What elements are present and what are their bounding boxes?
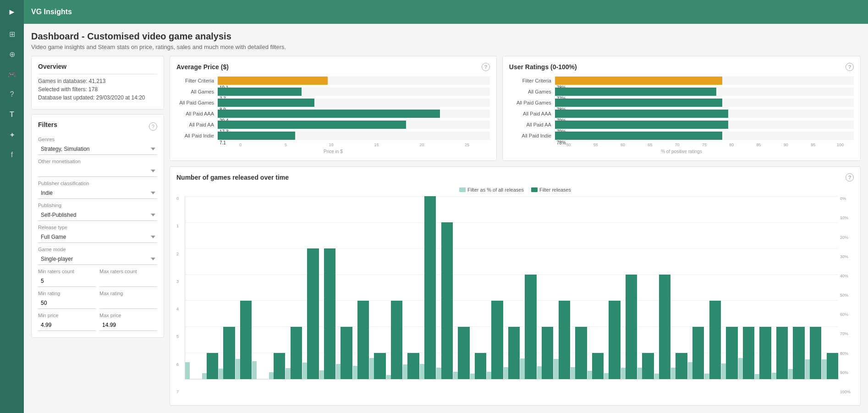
max-price-input[interactable] [99, 319, 157, 331]
time-bar-group [487, 196, 503, 379]
bar-container: 78% [555, 132, 854, 140]
time-bar-group [537, 196, 554, 379]
bar-label: All Paid Games [509, 100, 555, 105]
y-right-label: 10% [840, 215, 854, 220]
time-bar-group [252, 196, 269, 379]
time-bar-group [772, 196, 788, 379]
y-left-label: 6 [176, 362, 183, 367]
min-price-input[interactable] [38, 319, 96, 331]
release-select[interactable]: Full Game [38, 231, 157, 243]
publisher-select[interactable]: Indie [38, 187, 157, 199]
time-bar-dark [458, 327, 469, 379]
time-bar-light [621, 368, 626, 379]
bar-container: 7.7 [218, 88, 490, 96]
bar-label: All Paid Games [176, 100, 218, 105]
time-bar-light [487, 372, 491, 379]
app-title: VG Insights [31, 8, 72, 16]
time-bar-group [319, 196, 336, 379]
bar-value-label: 78% [557, 140, 566, 145]
bar-container: 77% [555, 88, 854, 96]
max-raters-input[interactable] [99, 275, 157, 287]
filters-card: Filters ? Genres Strategy, Simulation Ot… [31, 114, 164, 338]
time-bar-light [755, 374, 759, 379]
selected-filters: Selected with filters: 178 [38, 86, 157, 93]
filters-help-icon[interactable]: ? [149, 122, 157, 131]
min-raters-label: Min raters count [38, 269, 96, 274]
publishing-select[interactable]: Self-Published [38, 209, 157, 221]
time-bar-dark [525, 275, 536, 379]
bar-container: 78% [555, 99, 854, 107]
user-ratings-title: User Ratings (0-100%) [509, 63, 577, 71]
bar-container: 17.3 [218, 121, 490, 129]
time-bar-dark [357, 301, 369, 379]
time-bar-dark [575, 327, 587, 379]
time-bar-dark [374, 353, 385, 379]
time-chart-help-icon[interactable]: ? [846, 173, 854, 182]
sidebar-icon-twitter[interactable]: T [0, 105, 24, 125]
time-bar-group [504, 196, 520, 379]
time-bar-dark [793, 327, 804, 379]
time-bar-light [772, 373, 776, 379]
bar-fill [555, 88, 716, 96]
time-bar-light [637, 368, 642, 379]
bar-fill [218, 110, 440, 118]
bar-row: All Paid Games8.9 [176, 99, 490, 107]
time-bar-dark [407, 353, 419, 379]
time-bar-dark [559, 301, 570, 379]
time-bar-group [185, 196, 202, 379]
bar-container: 79% [555, 110, 854, 118]
game-mode-select[interactable]: Single-player [38, 253, 157, 265]
min-rating-input[interactable] [38, 297, 96, 309]
bars-container [185, 196, 838, 379]
monetisation-select[interactable] [38, 165, 157, 177]
sidebar-icon-games[interactable]: ⊕ [0, 44, 24, 64]
max-rating-input[interactable] [99, 297, 157, 309]
bar-row: All Paid Games78% [509, 99, 854, 107]
bar-fill [555, 110, 728, 118]
y-right-label: 80% [840, 351, 854, 356]
bar-container: 79% [555, 121, 854, 129]
time-bar-group [805, 196, 822, 379]
time-bar-dark [776, 327, 788, 379]
bar-label: Filter Criteria [509, 78, 555, 83]
bar-container: 8.9 [218, 99, 490, 107]
sidebar-toggle[interactable]: ► [0, 0, 24, 24]
time-bar-light [436, 368, 441, 379]
time-bar-dark [626, 275, 637, 379]
bar-row: Filter Criteria10.1 [176, 77, 490, 85]
time-bar-dark [207, 353, 218, 379]
y-left-label: 0 [176, 196, 183, 201]
time-bar-group [571, 196, 587, 379]
bar-fill [218, 77, 328, 85]
time-bar-group [236, 196, 252, 379]
game-mode-label: Game mode [38, 247, 157, 252]
sidebar-icon-controller[interactable]: 🎮 [0, 64, 24, 84]
y-right-label: 40% [840, 274, 854, 278]
time-bar-group [436, 196, 453, 379]
time-bar-light [420, 364, 424, 379]
time-bar-dark [743, 327, 754, 379]
avg-price-card: Average Price ($) ? Filter Criteria10.1A… [170, 56, 497, 161]
genres-select[interactable]: Strategy, Simulation [38, 143, 157, 155]
overview-title: Overview [38, 63, 157, 70]
time-bar-dark [274, 353, 285, 379]
time-bar-light [336, 364, 341, 379]
sidebar-icon-dashboard[interactable]: ⊞ [0, 24, 24, 44]
sidebar-icon-facebook[interactable]: f [0, 145, 24, 165]
sidebar-icon-help[interactable]: ? [0, 84, 24, 105]
user-ratings-help-icon[interactable]: ? [846, 63, 854, 71]
time-bar-group [788, 196, 805, 379]
time-bar-dark [324, 248, 335, 379]
sidebar-icon-discord[interactable]: ✦ [0, 125, 24, 145]
time-bar-dark [391, 301, 402, 379]
avg-price-help-icon[interactable]: ? [482, 63, 490, 71]
time-bar-group [704, 196, 721, 379]
min-raters-input[interactable] [38, 275, 96, 287]
bar-row: All Paid AA17.3 [176, 121, 490, 129]
time-bar-group [688, 196, 704, 379]
ratings-axis-label: % of positive ratings [509, 149, 854, 154]
legend-filter-pct-box [459, 187, 466, 192]
y-left-label: 7 [176, 390, 183, 394]
bar-label: All Games [176, 89, 218, 94]
time-bar-dark [609, 301, 620, 379]
